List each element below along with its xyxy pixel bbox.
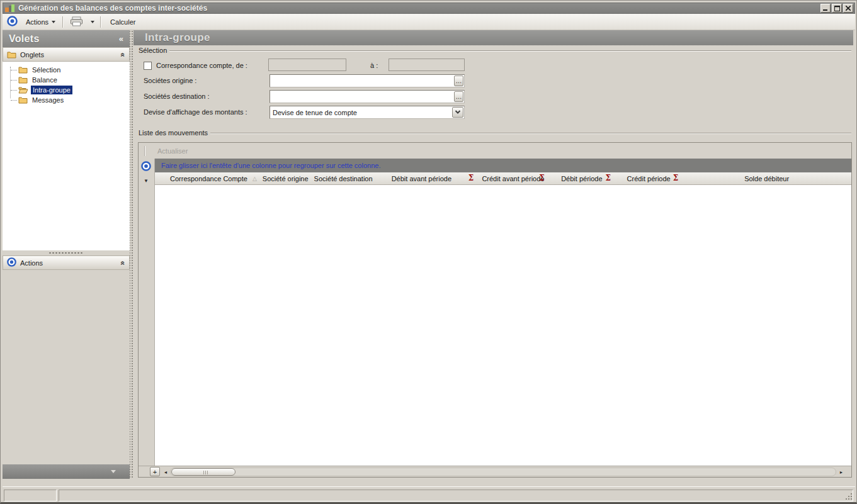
- grid-column-header-row: Correspondance Compte △ Société origine …: [155, 172, 851, 185]
- page-title: Intra-groupe: [145, 31, 210, 44]
- column-header-correspondance-compte[interactable]: Correspondance Compte △: [155, 172, 258, 184]
- sort-ascending-icon: △: [253, 176, 257, 182]
- scroll-left-button[interactable]: ◄: [161, 468, 170, 476]
- societes-origine-label: Sociétes origine :: [144, 77, 196, 84]
- chevron-down-icon: [111, 470, 116, 476]
- folder-icon: [18, 66, 28, 74]
- combo-dropdown-button[interactable]: [452, 107, 463, 118]
- grid-body[interactable]: [155, 185, 851, 466]
- devise-combobox[interactable]: Devise de tenue de compte: [270, 106, 465, 119]
- volets-header: Volets «: [3, 30, 130, 47]
- actions-menu-button[interactable]: Actions: [21, 15, 60, 29]
- liste-groupbox-legend: Liste des mouvements: [136, 129, 851, 137]
- onglets-panel-header[interactable]: Onglets «: [3, 47, 130, 62]
- target-icon: [7, 16, 18, 28]
- actions-panel-label: Actions: [20, 259, 43, 267]
- open-folder-icon: [18, 86, 28, 94]
- sum-icon[interactable]: Σ: [539, 174, 544, 182]
- maximize-button[interactable]: [832, 4, 842, 13]
- window-resize-grip[interactable]: [851, 498, 852, 500]
- browse-ellipsis-button[interactable]: …: [454, 76, 463, 86]
- printer-icon: [70, 16, 83, 28]
- chevron-down-icon: [52, 21, 55, 25]
- tree-item-intra-groupe[interactable]: Intra-groupe: [3, 85, 130, 95]
- devise-label: Devise d'affichage des montants :: [144, 108, 247, 116]
- grid-indicator-column: ▼: [139, 159, 155, 466]
- group-by-hint: Faire glisser ici l'entête d'une colonne…: [161, 162, 380, 169]
- tree-connector: [11, 100, 17, 101]
- correspondance-checkbox[interactable]: [144, 62, 152, 70]
- add-row-button[interactable]: +: [150, 467, 160, 476]
- societes-origine-input[interactable]: [270, 75, 453, 87]
- minimize-button[interactable]: [820, 4, 831, 13]
- tree-connector: [11, 80, 17, 81]
- calculer-label: Calculer: [110, 18, 135, 26]
- sum-icon[interactable]: Σ: [606, 174, 611, 182]
- folder-icon: [18, 76, 28, 84]
- target-icon: [7, 257, 16, 268]
- collapse-panel-icon[interactable]: «: [119, 260, 128, 265]
- sum-icon[interactable]: Σ: [673, 174, 678, 182]
- group-by-bar[interactable]: Faire glisser ici l'entête d'une colonne…: [155, 159, 851, 172]
- societes-destination-label: Sociétés destination :: [144, 92, 210, 100]
- groupbox-line: [169, 50, 851, 52]
- sum-icon[interactable]: Σ: [468, 174, 474, 182]
- scrollbar-thumb[interactable]: [171, 468, 236, 476]
- column-header-debit-avant-periode[interactable]: Débit avant période Σ: [366, 172, 479, 184]
- toolbar-separator: [62, 16, 63, 28]
- print-button[interactable]: [65, 15, 88, 29]
- browse-ellipsis-button[interactable]: …: [454, 91, 463, 102]
- volets-title: Volets: [9, 33, 40, 45]
- actualiser-button[interactable]: Actualiser: [157, 147, 188, 155]
- scroll-right-button[interactable]: ►: [837, 468, 846, 476]
- title-bar: Génération des balances des comptes inte…: [3, 3, 855, 14]
- sidebar-volets: Volets « Onglets « Sélection Balance: [3, 30, 130, 479]
- folder-icon: [18, 96, 28, 104]
- selection-legend-label: Sélection: [136, 47, 169, 54]
- correspondance-checkbox-label: Correspondance compte, de :: [156, 62, 247, 69]
- sidebar-bottom-bar[interactable]: [3, 464, 130, 479]
- actions-panel-header[interactable]: Actions «: [3, 255, 130, 270]
- toolbar-grip: [144, 146, 145, 156]
- chevron-down-icon: [455, 110, 461, 115]
- status-bar: [3, 486, 855, 503]
- groupbox-line: [210, 133, 851, 134]
- print-dropdown-button[interactable]: [88, 15, 98, 29]
- tree-item-messages[interactable]: Messages: [3, 95, 130, 105]
- tree-item-label: Sélection: [30, 65, 62, 74]
- to-label: à :: [370, 62, 378, 69]
- page-header: Intra-groupe: [133, 30, 853, 45]
- close-button[interactable]: [843, 4, 853, 13]
- devise-selected-value: Devise de tenue de compte: [270, 106, 451, 118]
- onglets-tree: Sélection Balance Intra-groupe Messages: [3, 62, 130, 105]
- app-window: Génération des balances des comptes inte…: [0, 0, 857, 504]
- column-header-debit-periode[interactable]: Débit période Σ: [549, 172, 615, 184]
- chevron-down-icon: [91, 21, 94, 25]
- mouvements-grid: Actualiser ▼ Faire glisser ici l'entête …: [138, 142, 852, 478]
- folder-icon: [7, 51, 16, 59]
- tree-item-balance[interactable]: Balance: [3, 75, 130, 85]
- horizontal-scrollbar[interactable]: [170, 468, 836, 476]
- column-header-societe-destination[interactable]: Société destination: [309, 172, 366, 184]
- panel-splitter[interactable]: [3, 250, 130, 255]
- tree-connector: [11, 90, 17, 91]
- status-panel-right: [59, 490, 853, 501]
- column-header-credit-avant-periode[interactable]: Crédit avant période Σ: [478, 172, 549, 184]
- societes-destination-input[interactable]: [270, 91, 453, 103]
- app-icon: [5, 4, 14, 13]
- societes-destination-fieldwrap: …: [270, 90, 465, 103]
- onglets-tree-panel: Sélection Balance Intra-groupe Messages: [3, 62, 130, 250]
- tree-item-selection[interactable]: Sélection: [3, 65, 130, 75]
- actions-menu-label: Actions: [26, 18, 48, 26]
- collapse-panel-icon[interactable]: «: [119, 52, 128, 57]
- tree-item-label: Balance: [30, 76, 59, 84]
- thumb-grip-icon: [203, 471, 204, 474]
- column-header-credit-periode[interactable]: Crédit période Σ: [615, 172, 683, 184]
- window-title: Génération des balances des comptes inte…: [18, 4, 207, 13]
- column-header-societe-origine[interactable]: Société origine: [258, 172, 309, 184]
- splitter-grip-icon: [48, 252, 84, 254]
- calculer-button[interactable]: Calculer: [106, 15, 140, 29]
- onglets-panel-label: Onglets: [20, 51, 44, 59]
- collapse-sidebar-icon[interactable]: «: [119, 34, 123, 43]
- column-header-solde-debiteur[interactable]: Solde débiteur: [683, 172, 851, 184]
